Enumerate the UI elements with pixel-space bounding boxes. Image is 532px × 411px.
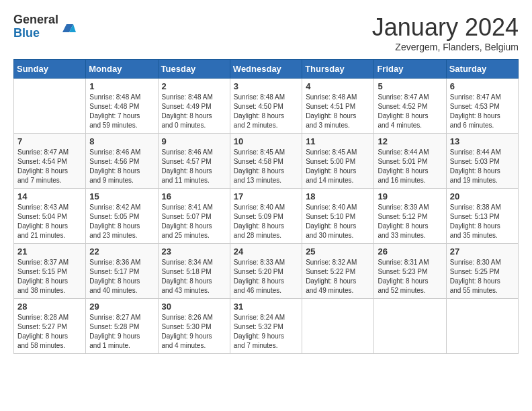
page-header: General Blue January 2024 Zevergem, Flan… (13, 13, 519, 52)
day-cell: 4Sunrise: 8:48 AM Sunset: 4:51 PM Daylig… (302, 79, 374, 134)
day-cell: 23Sunrise: 8:34 AM Sunset: 5:18 PM Dayli… (158, 244, 230, 299)
logo-blue: Blue (13, 27, 58, 40)
day-info: Sunrise: 8:48 AM Sunset: 4:50 PM Dayligh… (234, 93, 298, 130)
day-info: Sunrise: 8:41 AM Sunset: 5:07 PM Dayligh… (162, 203, 226, 240)
day-cell (302, 299, 374, 354)
day-info: Sunrise: 8:39 AM Sunset: 5:12 PM Dayligh… (378, 203, 442, 240)
logo-icon (60, 19, 76, 35)
day-cell (374, 299, 446, 354)
day-cell: 10Sunrise: 8:45 AM Sunset: 4:58 PM Dayli… (230, 134, 302, 189)
day-cell: 31Sunrise: 8:24 AM Sunset: 5:32 PM Dayli… (230, 299, 302, 354)
day-info: Sunrise: 8:44 AM Sunset: 5:01 PM Dayligh… (378, 148, 442, 185)
day-cell: 14Sunrise: 8:43 AM Sunset: 5:04 PM Dayli… (14, 189, 86, 244)
day-number: 30 (162, 302, 226, 312)
day-info: Sunrise: 8:46 AM Sunset: 4:56 PM Dayligh… (89, 148, 154, 185)
day-cell: 30Sunrise: 8:26 AM Sunset: 5:30 PM Dayli… (158, 299, 230, 354)
day-number: 7 (17, 136, 82, 146)
day-number: 24 (234, 246, 298, 257)
day-info: Sunrise: 8:40 AM Sunset: 5:10 PM Dayligh… (306, 203, 370, 240)
day-info: Sunrise: 8:47 AM Sunset: 4:52 PM Dayligh… (378, 93, 442, 130)
day-number: 17 (234, 191, 298, 201)
day-cell: 12Sunrise: 8:44 AM Sunset: 5:01 PM Dayli… (374, 134, 446, 189)
day-cell: 25Sunrise: 8:32 AM Sunset: 5:22 PM Dayli… (302, 244, 374, 299)
day-cell: 7Sunrise: 8:47 AM Sunset: 4:54 PM Daylig… (14, 134, 86, 189)
day-cell: 6Sunrise: 8:47 AM Sunset: 4:53 PM Daylig… (446, 79, 518, 134)
header-cell-sunday: Sunday (14, 60, 86, 79)
day-cell: 21Sunrise: 8:37 AM Sunset: 5:15 PM Dayli… (14, 244, 86, 299)
day-number: 15 (89, 191, 154, 201)
day-number: 8 (89, 136, 154, 146)
day-number: 1 (89, 81, 154, 91)
day-info: Sunrise: 8:31 AM Sunset: 5:23 PM Dayligh… (378, 258, 442, 295)
day-number: 13 (450, 136, 515, 146)
day-number: 28 (17, 302, 82, 312)
day-number: 9 (162, 136, 226, 146)
week-row-3: 14Sunrise: 8:43 AM Sunset: 5:04 PM Dayli… (14, 189, 519, 244)
title-block: January 2024 Zevergem, Flanders, Belgium (372, 13, 519, 52)
week-row-4: 21Sunrise: 8:37 AM Sunset: 5:15 PM Dayli… (14, 244, 519, 299)
day-info: Sunrise: 8:40 AM Sunset: 5:09 PM Dayligh… (234, 203, 298, 240)
day-info: Sunrise: 8:45 AM Sunset: 4:58 PM Dayligh… (234, 148, 298, 185)
header-cell-thursday: Thursday (302, 60, 374, 79)
day-cell: 2Sunrise: 8:48 AM Sunset: 4:49 PM Daylig… (158, 79, 230, 134)
day-number: 29 (89, 302, 154, 312)
header-row: SundayMondayTuesdayWednesdayThursdayFrid… (14, 60, 519, 79)
day-info: Sunrise: 8:47 AM Sunset: 4:53 PM Dayligh… (450, 93, 515, 130)
day-cell: 9Sunrise: 8:46 AM Sunset: 4:57 PM Daylig… (158, 134, 230, 189)
day-cell (14, 79, 86, 134)
header-cell-wednesday: Wednesday (230, 60, 302, 79)
day-cell: 16Sunrise: 8:41 AM Sunset: 5:07 PM Dayli… (158, 189, 230, 244)
day-cell: 15Sunrise: 8:42 AM Sunset: 5:05 PM Dayli… (86, 189, 158, 244)
day-number: 23 (162, 246, 226, 257)
day-cell: 29Sunrise: 8:27 AM Sunset: 5:28 PM Dayli… (86, 299, 158, 354)
calendar-header: SundayMondayTuesdayWednesdayThursdayFrid… (14, 60, 519, 79)
day-number: 11 (306, 136, 370, 146)
header-cell-saturday: Saturday (446, 60, 518, 79)
day-info: Sunrise: 8:45 AM Sunset: 5:00 PM Dayligh… (306, 148, 370, 185)
day-info: Sunrise: 8:33 AM Sunset: 5:20 PM Dayligh… (234, 258, 298, 295)
day-info: Sunrise: 8:46 AM Sunset: 4:57 PM Dayligh… (162, 148, 226, 185)
day-cell: 28Sunrise: 8:28 AM Sunset: 5:27 PM Dayli… (14, 299, 86, 354)
day-info: Sunrise: 8:24 AM Sunset: 5:32 PM Dayligh… (234, 313, 298, 351)
day-info: Sunrise: 8:48 AM Sunset: 4:51 PM Dayligh… (306, 93, 370, 130)
day-number: 14 (17, 191, 82, 201)
day-cell: 5Sunrise: 8:47 AM Sunset: 4:52 PM Daylig… (374, 79, 446, 134)
day-number: 19 (378, 191, 442, 201)
day-number: 6 (450, 81, 515, 91)
calendar-body: 1Sunrise: 8:48 AM Sunset: 4:48 PM Daylig… (14, 79, 519, 354)
day-number: 26 (378, 246, 442, 257)
day-cell: 13Sunrise: 8:44 AM Sunset: 5:03 PM Dayli… (446, 134, 518, 189)
logo: General Blue (13, 13, 76, 40)
day-info: Sunrise: 8:28 AM Sunset: 5:27 PM Dayligh… (17, 313, 82, 351)
week-row-1: 1Sunrise: 8:48 AM Sunset: 4:48 PM Daylig… (14, 79, 519, 134)
day-cell: 1Sunrise: 8:48 AM Sunset: 4:48 PM Daylig… (86, 79, 158, 134)
day-info: Sunrise: 8:48 AM Sunset: 4:49 PM Dayligh… (162, 93, 226, 130)
day-number: 4 (306, 81, 370, 91)
day-info: Sunrise: 8:27 AM Sunset: 5:28 PM Dayligh… (89, 313, 154, 351)
header-cell-tuesday: Tuesday (158, 60, 230, 79)
day-info: Sunrise: 8:34 AM Sunset: 5:18 PM Dayligh… (162, 258, 226, 295)
day-number: 5 (378, 81, 442, 91)
day-info: Sunrise: 8:30 AM Sunset: 5:25 PM Dayligh… (450, 258, 515, 295)
month-title: January 2024 (372, 13, 519, 42)
day-number: 27 (450, 246, 515, 257)
day-cell: 26Sunrise: 8:31 AM Sunset: 5:23 PM Dayli… (374, 244, 446, 299)
week-row-5: 28Sunrise: 8:28 AM Sunset: 5:27 PM Dayli… (14, 299, 519, 354)
day-number: 18 (306, 191, 370, 201)
day-number: 25 (306, 246, 370, 257)
calendar-table: SundayMondayTuesdayWednesdayThursdayFrid… (13, 59, 519, 354)
day-number: 2 (162, 81, 226, 91)
day-number: 31 (234, 302, 298, 312)
day-info: Sunrise: 8:47 AM Sunset: 4:54 PM Dayligh… (17, 148, 82, 185)
day-cell: 11Sunrise: 8:45 AM Sunset: 5:00 PM Dayli… (302, 134, 374, 189)
day-info: Sunrise: 8:32 AM Sunset: 5:22 PM Dayligh… (306, 258, 370, 295)
day-number: 3 (234, 81, 298, 91)
week-row-2: 7Sunrise: 8:47 AM Sunset: 4:54 PM Daylig… (14, 134, 519, 189)
location-subtitle: Zevergem, Flanders, Belgium (372, 42, 519, 52)
day-info: Sunrise: 8:26 AM Sunset: 5:30 PM Dayligh… (162, 313, 226, 351)
day-cell: 27Sunrise: 8:30 AM Sunset: 5:25 PM Dayli… (446, 244, 518, 299)
day-cell: 18Sunrise: 8:40 AM Sunset: 5:10 PM Dayli… (302, 189, 374, 244)
day-info: Sunrise: 8:42 AM Sunset: 5:05 PM Dayligh… (89, 203, 154, 240)
day-cell: 24Sunrise: 8:33 AM Sunset: 5:20 PM Dayli… (230, 244, 302, 299)
day-number: 21 (17, 246, 82, 257)
